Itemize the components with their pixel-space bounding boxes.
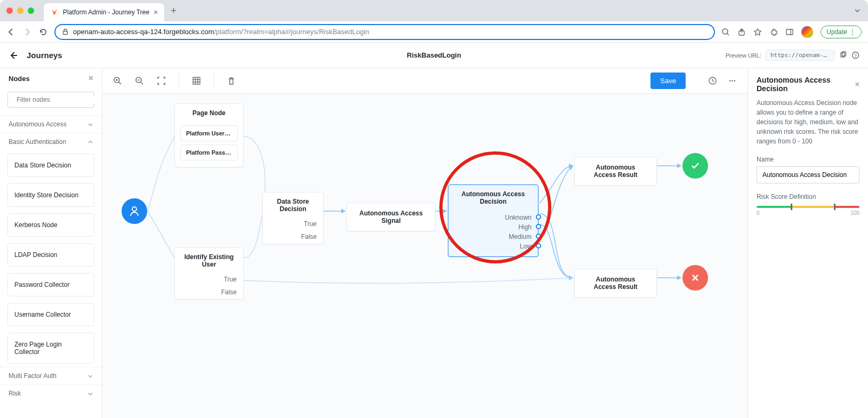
update-button[interactable]: Update⋮ — [821, 26, 862, 38]
nodes-sidebar: Nodes × Autonomous Access Basic Authenti… — [0, 68, 102, 418]
node-title: Data Store Decision — [263, 192, 323, 218]
node-title: Autonomous Access Decision — [448, 185, 538, 211]
page-title: Journeys — [27, 51, 62, 60]
category-risk[interactable]: Risk — [0, 384, 102, 402]
window-controls — [6, 7, 34, 14]
outcome: False — [263, 231, 323, 244]
chevron-down-icon — [87, 122, 93, 127]
identify-existing-user-node[interactable]: Identify Existing User True False — [174, 247, 244, 300]
port[interactable] — [536, 243, 541, 248]
history-icon[interactable] — [708, 76, 717, 85]
zoom-icon[interactable] — [721, 28, 730, 36]
svg-point-26 — [732, 80, 733, 82]
maximize-window-button[interactable] — [28, 7, 34, 14]
outcome-high: High — [455, 222, 532, 232]
profile-avatar[interactable] — [801, 26, 813, 38]
outcome: True — [263, 218, 323, 231]
node-item[interactable]: Identity Store Decision — [7, 183, 94, 207]
svg-rect-19 — [193, 77, 200, 84]
side-panel-icon[interactable] — [785, 28, 794, 36]
zoom-in-icon[interactable] — [113, 76, 122, 85]
failure-end-node[interactable] — [682, 265, 708, 291]
autonomous-access-decision-node[interactable]: Autonomous Access Decision Unknown High … — [448, 184, 539, 257]
svg-text:?: ? — [854, 53, 857, 58]
back-button[interactable] — [6, 27, 16, 37]
category-autonomous-access[interactable]: Autonomous Access — [0, 115, 102, 133]
tabs-dropdown-icon[interactable] — [853, 6, 862, 15]
node-item[interactable]: Zero Page Login Collector — [7, 333, 94, 364]
bookmark-icon[interactable] — [753, 28, 762, 36]
favicon-icon — [50, 8, 59, 17]
close-window-button[interactable] — [6, 7, 13, 14]
save-button[interactable]: Save — [650, 73, 686, 89]
browser-tab[interactable]: Platform Admin - Journey Tree × — [44, 3, 164, 21]
node-item[interactable]: Data Store Decision — [7, 154, 94, 177]
browser-toolbar: openam-auto-access-qa-124.forgeblocks.co… — [0, 21, 868, 43]
preview-url-value: https://openam-auto… — [766, 50, 835, 61]
new-tab-button[interactable]: + — [171, 5, 176, 17]
node-item[interactable]: Username Collector — [7, 303, 94, 326]
grid-icon[interactable] — [192, 76, 201, 85]
lock-icon — [62, 28, 69, 35]
category-multi-factor-auth[interactable]: Multi Factor Auth — [0, 367, 102, 384]
share-icon[interactable] — [737, 28, 746, 36]
sidebar-close-icon[interactable]: × — [89, 74, 93, 83]
port[interactable] — [536, 234, 541, 239]
properties-panel: Autonomous Access Decision × Autonomous … — [748, 68, 868, 418]
page-node[interactable]: Page Node Platform Usern… Platform Passw… — [174, 103, 244, 167]
minimize-window-button[interactable] — [17, 7, 23, 14]
reload-button[interactable] — [38, 27, 48, 37]
slider-handle[interactable] — [834, 204, 835, 210]
delete-icon[interactable] — [227, 77, 236, 85]
svg-rect-4 — [786, 29, 793, 35]
help-icon[interactable]: ? — [851, 51, 859, 59]
node-chip: Platform Usern… — [180, 125, 238, 141]
back-arrow-button[interactable] — [9, 51, 18, 60]
filter-input[interactable] — [17, 96, 97, 103]
zoom-out-icon[interactable] — [135, 76, 144, 85]
data-store-decision-node[interactable]: Data Store Decision True False — [262, 192, 324, 244]
browser-tab-bar: Platform Admin - Journey Tree × + — [0, 0, 868, 21]
fit-screen-icon[interactable] — [157, 76, 166, 85]
autonomous-access-result-node[interactable]: Autonomous Access Result — [574, 157, 657, 186]
autonomous-access-signal-node[interactable]: Autonomous Access Signal — [347, 203, 436, 231]
journey-name: RiskBasedLogin — [407, 51, 461, 59]
copy-icon[interactable] — [839, 51, 847, 59]
url-text: openam-auto-access-qa-124.forgeblocks.co… — [73, 28, 369, 36]
tab-close-icon[interactable]: × — [154, 8, 158, 17]
autonomous-access-result-node[interactable]: Autonomous Access Result — [574, 269, 657, 298]
extensions-icon[interactable] — [769, 28, 778, 36]
sidebar-title: Nodes — [9, 75, 30, 83]
risk-score-slider[interactable] — [757, 206, 859, 208]
svg-line-13 — [119, 82, 121, 84]
risk-max: 100 — [850, 210, 859, 216]
flow-canvas[interactable]: Page Node Platform Usern… Platform Passw… — [102, 94, 748, 418]
success-end-node[interactable] — [682, 153, 708, 179]
forward-button[interactable] — [22, 27, 32, 37]
svg-rect-7 — [842, 52, 846, 56]
start-node[interactable] — [122, 198, 147, 224]
node-item[interactable]: LDAP Decision — [7, 243, 94, 267]
node-item[interactable]: Password Collector — [7, 273, 94, 296]
chevron-down-icon — [87, 373, 93, 379]
svg-rect-0 — [63, 31, 68, 35]
risk-score-label: Risk Score Definition — [757, 193, 859, 200]
name-input[interactable] — [757, 166, 859, 183]
filter-input-wrapper[interactable] — [7, 92, 94, 108]
outcome: True — [175, 274, 243, 286]
outcome-low: Low — [455, 242, 532, 251]
more-icon[interactable] — [728, 76, 737, 85]
port[interactable] — [536, 224, 541, 229]
chevron-up-icon — [87, 139, 93, 145]
port[interactable] — [536, 214, 541, 220]
slider-handle[interactable] — [791, 204, 792, 210]
node-item[interactable]: Kerberos Node — [7, 213, 94, 237]
panel-title: Autonomous Access Decision — [757, 76, 855, 93]
panel-close-icon[interactable]: × — [855, 80, 859, 89]
svg-line-17 — [141, 82, 143, 84]
category-basic-authentication[interactable]: Basic Authentication — [0, 133, 102, 150]
address-bar[interactable]: openam-auto-access-qa-124.forgeblocks.co… — [54, 24, 715, 40]
svg-point-25 — [729, 80, 731, 82]
outcome-medium: Medium — [455, 232, 532, 242]
chevron-down-icon — [87, 391, 93, 397]
